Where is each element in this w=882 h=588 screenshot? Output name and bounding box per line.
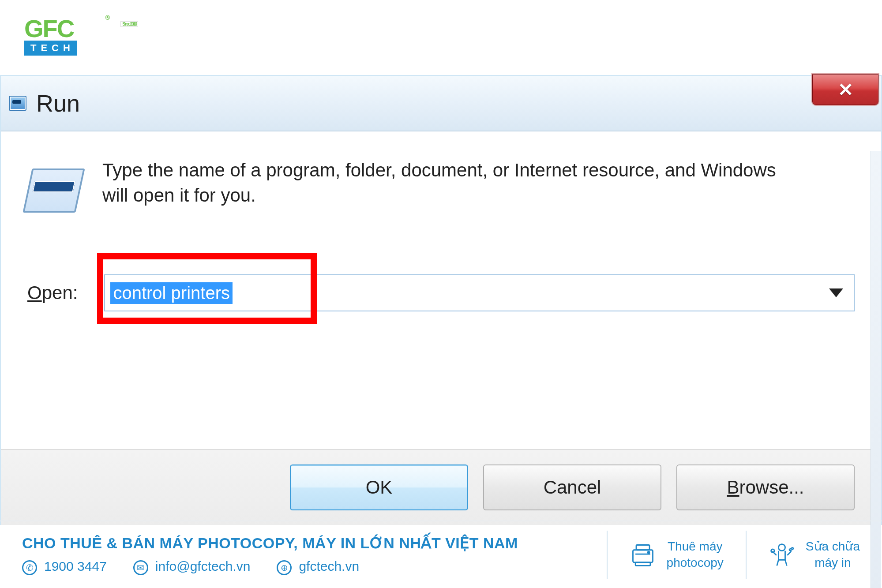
footer-website[interactable]: ⊕gfctech.vn	[277, 559, 359, 575]
logo-trademark: ®	[105, 15, 109, 21]
brand-logo: GFC ® Since 2010 TECH	[24, 18, 104, 56]
browse-button-label: Browse...	[727, 477, 804, 498]
ok-button-label: OK	[366, 477, 393, 498]
page-footer: CHO THUÊ & BÁN MÁY PHOTOCOPY, MÁY IN LỚN…	[0, 521, 882, 588]
cancel-button-label: Cancel	[544, 477, 601, 498]
open-label: Open:	[27, 282, 78, 303]
svg-point-4	[648, 551, 649, 553]
footer-repair-block[interactable]: Sửa chữa máy in	[769, 539, 860, 571]
window-title: Run	[36, 90, 80, 117]
globe-icon: ⊕	[277, 560, 292, 575]
footer-divider	[607, 531, 608, 579]
open-input-value[interactable]: control printers	[110, 282, 233, 304]
instruction-text: Type the name of a program, folder, docu…	[102, 158, 791, 208]
svg-point-6	[771, 549, 774, 552]
cancel-button[interactable]: Cancel	[483, 464, 661, 510]
close-button[interactable]: ✕	[812, 74, 878, 105]
footer-email[interactable]: ✉info@gfctech.vn	[133, 559, 251, 575]
footer-rent-line1: Thuê máy	[667, 539, 724, 554]
phone-icon: ✆	[22, 560, 37, 575]
run-icon	[9, 96, 26, 111]
envelope-icon: ✉	[133, 560, 148, 575]
run-dialog: Run ✕ Type the name of a program, folder…	[0, 75, 882, 525]
logo-since: Since 2010	[120, 21, 138, 27]
footer-email-text: info@gfctech.vn	[155, 559, 251, 573]
titlebar[interactable]: Run ✕	[1, 76, 881, 131]
ok-button[interactable]: OK	[290, 464, 468, 510]
footer-website-text: gfctech.vn	[299, 559, 359, 573]
repair-icon	[769, 542, 795, 568]
footer-rent-block[interactable]: Thuê máy photocopy	[630, 539, 724, 571]
logo-brand-text: GFC	[24, 15, 74, 42]
footer-divider-2	[746, 531, 747, 579]
footer-repair-line1: Sửa chữa	[806, 539, 860, 554]
footer-phone-text: 1900 3447	[44, 559, 107, 573]
browse-button[interactable]: Browse...	[676, 464, 855, 510]
chevron-down-icon[interactable]	[829, 288, 843, 297]
logo-top: GFC ® Since 2010	[24, 18, 104, 40]
copier-icon	[630, 542, 656, 568]
svg-rect-2	[635, 562, 650, 566]
dialog-body: Type the name of a program, folder, docu…	[1, 131, 881, 449]
open-combobox[interactable]: control printers	[104, 274, 855, 311]
open-label-rest: pen:	[42, 282, 78, 303]
footer-left: CHO THUÊ & BÁN MÁY PHOTOCOPY, MÁY IN LỚN…	[22, 534, 585, 575]
open-label-accel: O	[27, 282, 42, 303]
logo-bottom: TECH	[24, 41, 77, 56]
footer-repair-label: Sửa chữa máy in	[806, 539, 860, 571]
svg-line-8	[777, 560, 779, 566]
svg-point-5	[778, 544, 785, 551]
footer-repair-line2: máy in	[806, 555, 860, 571]
footer-contacts: ✆1900 3447 ✉info@gfctech.vn ⊕gfctech.vn	[22, 559, 585, 575]
footer-phone[interactable]: ✆1900 3447	[22, 559, 107, 575]
svg-rect-7	[789, 547, 793, 551]
svg-rect-1	[636, 545, 649, 550]
footer-tagline: CHO THUÊ & BÁN MÁY PHOTOCOPY, MÁY IN LỚN…	[22, 534, 585, 552]
dialog-button-bar: OK Cancel Browse...	[1, 449, 881, 525]
footer-rent-line2: photocopy	[667, 555, 724, 571]
run-large-icon	[27, 169, 80, 213]
footer-rent-label: Thuê máy photocopy	[667, 539, 724, 571]
svg-line-9	[785, 560, 787, 566]
close-icon: ✕	[838, 79, 853, 101]
